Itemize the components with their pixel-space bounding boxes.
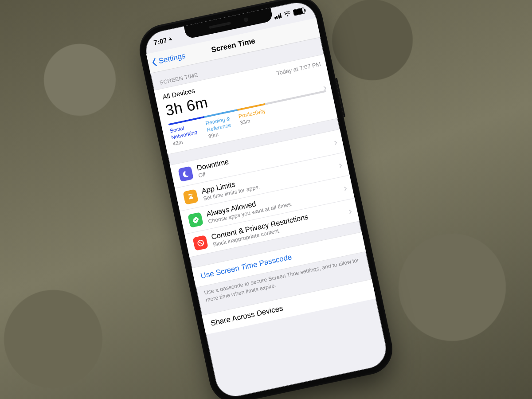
- battery-icon: [293, 8, 305, 16]
- earpiece: [209, 22, 231, 29]
- nosign-icon: [192, 235, 208, 251]
- photo-background: 7:07 ➤ Settings: [0, 0, 532, 399]
- usage-category: Reading & Reference39m: [205, 113, 242, 140]
- cellular-signal-icon: [274, 13, 282, 19]
- checkmark-seal-icon: [188, 212, 203, 228]
- chevron-right-icon: ›: [338, 159, 344, 171]
- chevron-left-icon: [151, 58, 158, 67]
- side-button: [336, 78, 346, 117]
- wifi-icon: [283, 10, 292, 19]
- moon-icon: [178, 166, 194, 182]
- chevron-right-icon: ›: [343, 182, 348, 194]
- summary-timestamp: Today at 7:07 PM: [276, 61, 321, 77]
- location-arrow-icon: ➤: [168, 35, 173, 42]
- usage-category: Social Networking42m: [169, 121, 209, 148]
- page-title: Screen Time: [211, 36, 256, 55]
- hourglass-icon: [183, 189, 199, 205]
- phone-frame: 7:07 ➤ Settings: [135, 0, 397, 399]
- chevron-right-icon: ›: [348, 205, 353, 217]
- status-time: 7:07: [153, 36, 168, 46]
- chevron-right-icon: ›: [333, 136, 339, 148]
- back-label: Settings: [158, 51, 186, 66]
- front-camera: [243, 17, 249, 23]
- phone-screen: 7:07 ➤ Settings: [142, 0, 390, 399]
- svg-line-1: [198, 241, 203, 245]
- usage-category: Productivity33m: [238, 107, 270, 133]
